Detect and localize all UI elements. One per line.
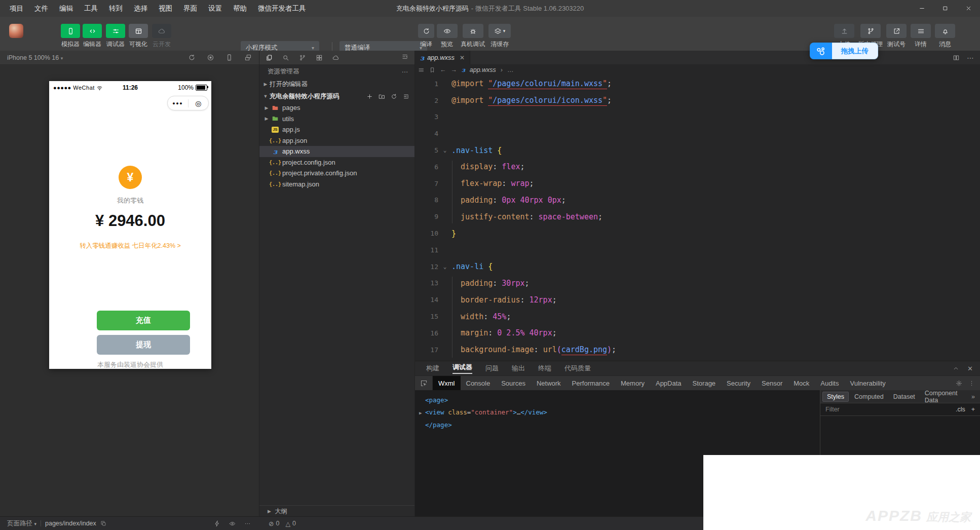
styles-tab-component-data[interactable]: Component Data: [921, 389, 970, 405]
refresh-icon[interactable]: [391, 93, 397, 100]
menu-item-10[interactable]: 帮助: [228, 4, 252, 13]
devtools-tab-vulnerability[interactable]: Vulnerability: [844, 376, 891, 390]
debugger-tab-终端[interactable]: 终端: [538, 364, 551, 373]
outline-menu-icon[interactable]: [418, 67, 425, 73]
code-editor[interactable]: 1@import "/pages/colorui/main.wxss";2@im…: [415, 75, 980, 361]
problem-counts[interactable]: ⊘0 △0: [269, 517, 296, 530]
gear-icon[interactable]: [956, 380, 962, 387]
debugger-tab-输出[interactable]: 输出: [512, 364, 525, 373]
tree-item-project.config.json[interactable]: {..}project.config.json: [259, 157, 414, 168]
menu-item-8[interactable]: 界面: [178, 4, 203, 13]
record-icon[interactable]: [207, 54, 214, 61]
menu-item-5[interactable]: 转到: [103, 4, 128, 13]
tree-item-project.private.config.json[interactable]: {..}project.private.config.json: [259, 168, 414, 179]
minimize-button[interactable]: [910, 0, 933, 17]
breadcrumb-more[interactable]: …: [507, 66, 514, 73]
debugger-tab-问题[interactable]: 问题: [485, 364, 499, 373]
devtools-tab-network[interactable]: Network: [531, 376, 567, 390]
devtools-tab-appdata[interactable]: AppData: [650, 376, 687, 390]
wxml-node-3[interactable]: </page>: [419, 419, 820, 431]
copy-icon[interactable]: [100, 520, 106, 526]
debugger-tab-调试器[interactable]: 调试器: [453, 363, 472, 374]
cls-toggle[interactable]: .cls: [956, 406, 965, 413]
devtools-tab-storage[interactable]: Storage: [687, 376, 722, 390]
folderplus-icon[interactable]: [379, 93, 385, 100]
devtools-tab-sources[interactable]: Sources: [496, 376, 531, 390]
eye-icon[interactable]: [229, 520, 236, 527]
close-icon[interactable]: ✕: [460, 54, 465, 61]
menu-item-3[interactable]: 编辑: [54, 4, 79, 13]
devtools-tab-memory[interactable]: Memory: [615, 376, 650, 390]
消息-button[interactable]: [935, 24, 955, 38]
more-icon[interactable]: ⋯: [967, 54, 974, 62]
branch-icon[interactable]: [299, 54, 306, 61]
devtools-tab-mock[interactable]: Mock: [788, 376, 815, 390]
云开发-button[interactable]: [152, 24, 171, 38]
nav-forward-icon[interactable]: →: [451, 66, 458, 73]
search-icon[interactable]: [282, 54, 289, 61]
menu-item-4[interactable]: 工具: [79, 4, 103, 13]
wxml-node-2[interactable]: ▶<view class="container">…</view>: [419, 406, 820, 419]
page-path-select[interactable]: 页面路径 ▾: [7, 519, 36, 528]
close-icon[interactable]: ✕: [967, 365, 973, 372]
chevup-icon[interactable]: [953, 365, 959, 372]
fold-chevron-icon[interactable]: ⌄: [438, 263, 451, 270]
filter-input[interactable]: Filter: [820, 406, 956, 413]
devtools-tab-wxml[interactable]: Wxml: [433, 376, 461, 390]
blocks-icon[interactable]: [316, 54, 323, 61]
user-avatar[interactable]: [9, 24, 23, 38]
menu-item-1[interactable]: 项目: [4, 4, 29, 13]
collapse-icon[interactable]: [403, 93, 409, 100]
withdraw-button[interactable]: 提现: [97, 335, 190, 355]
menu-item-9[interactable]: 设置: [203, 4, 228, 13]
devtools-tab-audits[interactable]: Audits: [815, 376, 844, 390]
files-icon[interactable]: [266, 54, 273, 61]
breadcrumb-file[interactable]: app.wxss: [470, 66, 496, 73]
phone-icon[interactable]: [225, 54, 233, 61]
refresh-icon[interactable]: [188, 54, 196, 61]
cloud-icon[interactable]: [332, 54, 340, 61]
tree-item-app.json[interactable]: {..}app.json: [259, 135, 414, 146]
split-editor-icon[interactable]: [953, 54, 960, 62]
menu-item-2[interactable]: 文件: [29, 4, 54, 13]
inspect-element-button[interactable]: [415, 376, 433, 390]
styles-tab-styles[interactable]: Styles: [822, 392, 849, 402]
windows-icon[interactable]: [244, 54, 252, 61]
drag-upload-popup[interactable]: 拖拽上传: [810, 43, 878, 59]
debugger-tab-构建[interactable]: 构建: [426, 364, 439, 373]
debugger-tab-代码质量[interactable]: 代码质量: [564, 364, 591, 373]
devtools-tab-sensor[interactable]: Sensor: [756, 376, 788, 390]
collapse-icon[interactable]: [401, 53, 408, 60]
project-root-row[interactable]: ▼ 充电余额特效小程序源码: [259, 90, 414, 102]
open-editors-section[interactable]: ▶ 打开的编辑器: [259, 78, 414, 90]
close-button[interactable]: [957, 0, 980, 17]
more-icon[interactable]: ⋯: [402, 68, 409, 75]
nav-back-icon[interactable]: ←: [440, 66, 446, 73]
bookmark-icon[interactable]: [429, 67, 436, 73]
tree-item-app.js[interactable]: JSapp.js: [259, 124, 414, 135]
tab-app-wxss[interactable]: ɜ app.wxss ✕: [415, 51, 470, 64]
devtools-tab-security[interactable]: Security: [721, 376, 756, 390]
add-style-button[interactable]: +: [965, 406, 980, 413]
more-icon[interactable]: [244, 520, 251, 527]
清缓存-button[interactable]: ▾: [488, 24, 511, 38]
wxml-node-1[interactable]: <page>: [419, 394, 820, 406]
tree-item-app.wxss[interactable]: ɜapp.wxss: [259, 146, 414, 157]
device-select[interactable]: iPhone 5 100% 16 ▾: [7, 54, 63, 61]
kebab-icon[interactable]: [968, 380, 975, 387]
lightning-icon[interactable]: [214, 520, 220, 527]
menu-item-7[interactable]: 视图: [153, 4, 178, 13]
styles-tab-computed[interactable]: Computed: [850, 392, 888, 401]
plus-icon[interactable]: [366, 93, 373, 100]
recharge-button[interactable]: 充值: [97, 311, 190, 330]
tree-item-sitemap.json[interactable]: {..}sitemap.json: [259, 179, 414, 190]
wallet-yield-link[interactable]: 转入零钱通赚收益 七日年化2.43% >: [49, 242, 211, 250]
capsule-more-button[interactable]: ●●●: [168, 101, 188, 106]
devtools-tab-console[interactable]: Console: [461, 376, 496, 390]
maximize-button[interactable]: [933, 0, 957, 17]
devtools-tab-performance[interactable]: Performance: [567, 376, 615, 390]
styles-tab-dataset[interactable]: Dataset: [889, 392, 919, 401]
fold-chevron-icon[interactable]: ⌄: [438, 147, 451, 154]
tree-item-utils[interactable]: ▶utils: [259, 113, 414, 125]
tree-item-pages[interactable]: ▶pages: [259, 102, 414, 113]
